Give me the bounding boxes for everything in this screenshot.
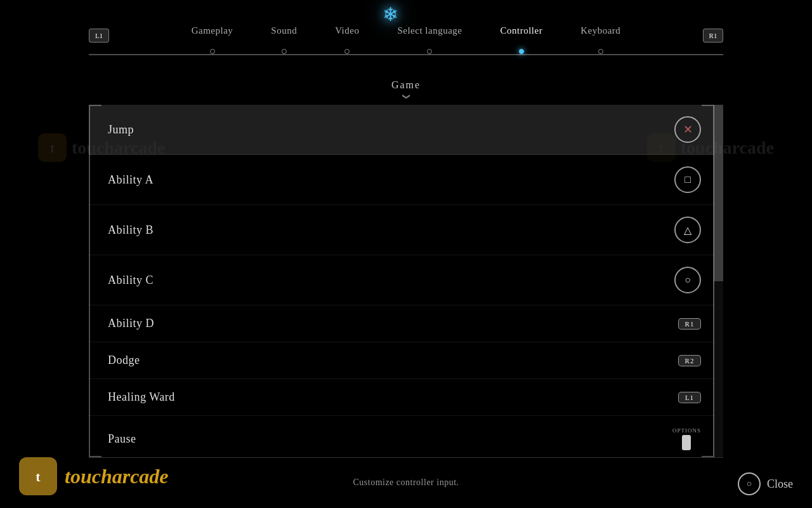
close-label: Close [767,478,793,491]
snowflake-icon: ❄ [374,3,406,25]
nav-item-select-language[interactable]: Select language [378,25,481,36]
binding-row-jump[interactable]: Jump ✕ [89,105,714,155]
binding-row-ability-c[interactable]: Ability C ○ [89,255,714,305]
main-content: Game Jump ✕ Ability A □ Ability B △ Abil… [89,70,723,457]
nav-dot-gameplay [210,49,215,54]
nav-items: Gameplay Sound Video Select language Con… [0,25,812,36]
binding-row-dodge[interactable]: Dodge R2 [89,342,714,379]
binding-key-pause-options-label: OPTIONS [672,427,701,434]
nav-dot-keyboard [598,49,603,54]
nav-track [89,54,723,55]
binding-label-ability-d: Ability D [108,317,154,330]
bottom-right-close[interactable]: ○ Close [738,472,793,495]
watermark-left-icon: t [38,133,67,162]
svg-text:t: t [36,469,41,485]
nav-item-sound[interactable]: Sound [252,25,316,36]
nav-dot-sound [282,49,287,54]
top-nav: ❄ L1 Gameplay Sound Video Select languag… [0,0,812,64]
binding-label-ability-b: Ability B [108,224,154,237]
binding-row-ability-d[interactable]: Ability D R1 [89,305,714,342]
bottom-logo-text: toucharcade [65,465,169,488]
binding-label-ability-a: Ability A [108,173,154,187]
binding-key-pause-icon [682,435,691,450]
close-circle-icon: ○ [738,472,761,495]
binding-row-healing-ward[interactable]: Healing Ward L1 [89,379,714,416]
binding-list: Jump ✕ Ability A □ Ability B △ Ability C… [89,105,714,457]
binding-row-ability-a[interactable]: Ability A □ [89,155,714,205]
binding-key-ability-c: ○ [674,267,701,293]
scroll-thumb[interactable] [714,105,723,281]
binding-key-jump: ✕ [674,116,701,143]
binding-key-pause-container: OPTIONS [672,427,701,450]
ta-logo-svg: t [27,465,49,488]
nav-dot-video [344,49,350,54]
binding-label-jump: Jump [108,123,134,137]
nav-item-keyboard[interactable]: Keyboard [561,25,639,36]
binding-key-ability-b: △ [674,217,701,243]
nav-item-gameplay[interactable]: Gameplay [173,25,252,36]
customize-hint: Customize controller input. [353,478,459,488]
nav-item-controller[interactable]: Controller [481,25,561,36]
binding-key-ability-d: R1 [678,318,701,330]
binding-row-ability-b[interactable]: Ability B △ [89,205,714,255]
scroll-track[interactable] [714,105,723,457]
bottom-logo: t toucharcade [19,457,169,495]
binding-label-ability-c: Ability C [108,274,154,287]
section-header: Game [89,70,723,94]
nav-dot-controller [519,49,524,54]
nav-item-video[interactable]: Video [316,25,378,36]
nav-dot-language [427,49,432,54]
binding-key-ability-a: □ [674,166,701,193]
binding-key-healing-ward: L1 [678,392,701,403]
bottom-logo-icon: t [19,457,57,495]
binding-key-dodge: R2 [678,355,701,366]
binding-label-dodge: Dodge [108,354,140,367]
binding-row-pause[interactable]: Pause OPTIONS [89,416,714,457]
binding-label-healing-ward: Healing Ward [108,391,175,404]
nav-btn-r1[interactable]: R1 [703,29,723,43]
binding-label-pause: Pause [108,432,136,446]
